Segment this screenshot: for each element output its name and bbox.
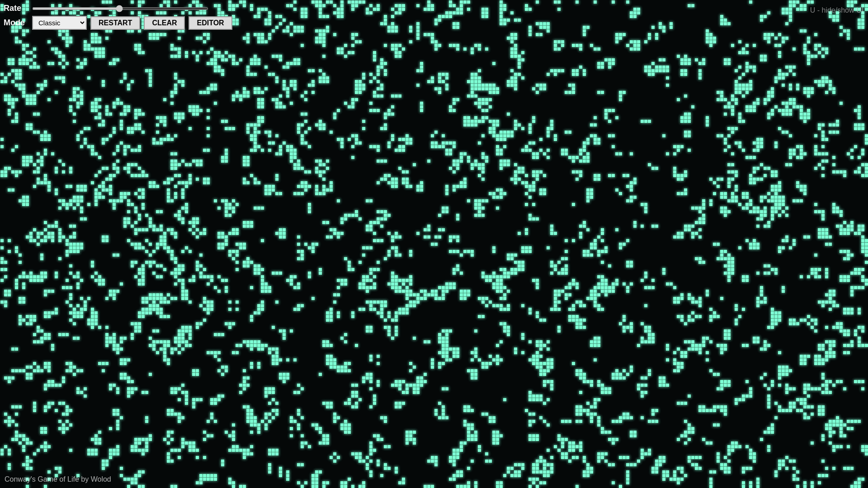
mode-select[interactable]: Classic HighLife Day & Night Maze xyxy=(32,16,87,30)
editor-button[interactable]: EDITOR xyxy=(189,16,232,30)
rate-slider[interactable] xyxy=(32,7,208,10)
mode-row: Mode Classic HighLife Day & Night Maze R… xyxy=(4,16,232,30)
clear-button[interactable]: CLEAR xyxy=(144,16,185,30)
restart-button[interactable]: RESTART xyxy=(90,16,140,30)
mode-label: Mode xyxy=(4,18,28,28)
rate-label: Rate xyxy=(4,4,28,13)
controls-panel: Rate Mode Classic HighLife Day & Night M… xyxy=(4,4,232,33)
rate-row: Rate xyxy=(4,4,232,13)
